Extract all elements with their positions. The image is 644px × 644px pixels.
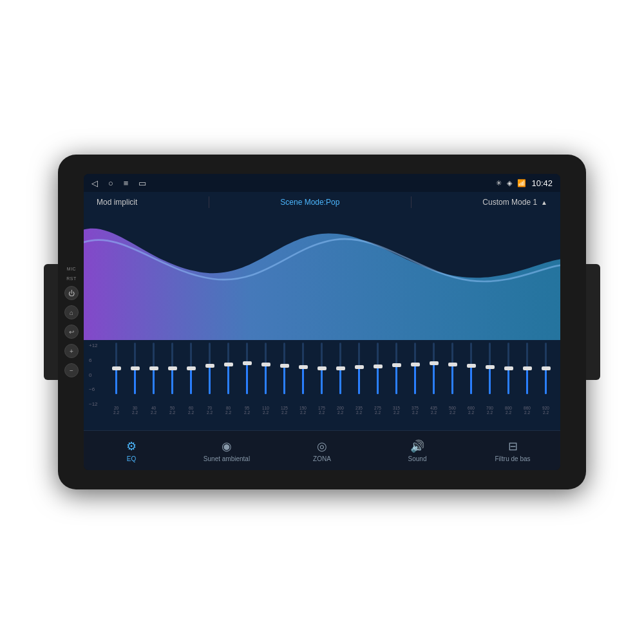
slider-col-60[interactable] xyxy=(185,343,198,404)
scene-mode[interactable]: Scene Mode:Pop xyxy=(280,198,339,207)
freq-q-20: 2.2 xyxy=(113,410,119,415)
slider-track-275 xyxy=(377,343,379,394)
slider-col-700[interactable] xyxy=(484,343,497,404)
freq-q-700: 2.2 xyxy=(487,410,493,415)
slider-handle-20[interactable] xyxy=(112,366,121,370)
tab-sound[interactable]: 🔊 Sound xyxy=(370,430,465,470)
slider-col-235[interactable] xyxy=(353,343,366,404)
slider-col-125[interactable] xyxy=(278,343,291,404)
slider-col-30[interactable] xyxy=(129,343,142,404)
slider-track-60 xyxy=(190,343,192,394)
freq-label-group-800: 8002.2 xyxy=(502,406,515,415)
slider-fill-315 xyxy=(395,365,397,394)
freq-fc-20: 20 xyxy=(114,406,118,410)
eq-icon: ⚙ xyxy=(126,439,137,453)
back-btn[interactable]: ↩ xyxy=(64,325,79,339)
freq-label-group-30: 302.2 xyxy=(129,406,142,415)
tab-bass[interactable]: ⊟ Filtru de bas xyxy=(465,430,560,470)
slider-handle-110[interactable] xyxy=(261,363,270,366)
slider-handle-200[interactable] xyxy=(336,366,345,370)
slider-track-50 xyxy=(171,343,173,394)
power-btn[interactable]: ⏻ xyxy=(64,286,79,300)
slider-col-40[interactable] xyxy=(147,343,160,404)
slider-col-110[interactable] xyxy=(260,343,272,404)
slider-track-235 xyxy=(358,343,360,394)
slider-col-50[interactable] xyxy=(166,343,179,404)
freq-q-50: 2.2 xyxy=(169,410,175,415)
side-controls: MIC RST ⏻ ⌂ ↩ + − xyxy=(64,267,79,377)
slider-handle-235[interactable] xyxy=(355,365,364,369)
slider-handle-50[interactable] xyxy=(168,366,177,370)
freq-fc-200: 200 xyxy=(337,406,344,410)
slider-handle-150[interactable] xyxy=(299,365,308,369)
home-btn[interactable]: ⌂ xyxy=(64,305,79,319)
slider-track-500 xyxy=(451,343,453,394)
tab-sound-label: Sound xyxy=(408,455,427,462)
menu-nav-icon[interactable]: ≡ xyxy=(124,178,129,188)
slider-handle-40[interactable] xyxy=(149,366,158,370)
slider-col-435[interactable] xyxy=(428,343,440,404)
custom-mode[interactable]: Custom Mode 1 ▲ xyxy=(482,198,547,207)
back-nav-icon[interactable]: ◁ xyxy=(91,178,98,188)
slider-col-920[interactable] xyxy=(540,343,553,404)
slider-handle-95[interactable] xyxy=(243,361,252,365)
slider-handle-800[interactable] xyxy=(504,366,513,370)
slider-col-175[interactable] xyxy=(316,343,328,404)
slider-handle-80[interactable] xyxy=(224,363,233,366)
slider-col-860[interactable] xyxy=(521,343,534,404)
freq-label-group-235: 2352.2 xyxy=(353,406,366,415)
slider-col-315[interactable] xyxy=(390,343,403,404)
vol-down-btn[interactable]: − xyxy=(64,363,79,377)
slider-col-20[interactable] xyxy=(110,343,123,404)
freq-label-group-60: 602.2 xyxy=(185,406,198,415)
tab-zona[interactable]: ◎ ZONA xyxy=(274,430,370,470)
freq-q-860: 2.2 xyxy=(524,410,530,415)
slider-handle-30[interactable] xyxy=(131,366,140,370)
vol-up-btn[interactable]: + xyxy=(64,344,79,358)
freq-label-group-920: 9202.2 xyxy=(540,406,553,415)
slider-col-375[interactable] xyxy=(409,343,422,404)
freq-q-235: 2.2 xyxy=(356,410,362,415)
slider-col-95[interactable] xyxy=(241,343,254,404)
tab-ambient[interactable]: ◉ Sunet ambiental xyxy=(179,430,274,470)
slider-handle-860[interactable] xyxy=(523,366,532,370)
slider-col-70[interactable] xyxy=(204,343,216,404)
slider-fill-70 xyxy=(209,366,211,394)
sound-icon: 🔊 xyxy=(410,439,424,453)
slider-handle-700[interactable] xyxy=(486,365,495,369)
slider-handle-175[interactable] xyxy=(317,366,327,370)
slider-handle-275[interactable] xyxy=(374,365,383,368)
slider-handle-375[interactable] xyxy=(411,363,420,366)
freq-label-group-500: 5002.2 xyxy=(446,406,459,415)
freq-q-200: 2.2 xyxy=(337,410,343,415)
slider-col-275[interactable] xyxy=(372,343,384,404)
freq-fc-70: 70 xyxy=(207,406,212,410)
slider-handle-70[interactable] xyxy=(205,364,214,368)
slider-handle-600[interactable] xyxy=(467,364,476,368)
freq-fc-860: 860 xyxy=(524,406,531,410)
slider-col-150[interactable] xyxy=(297,343,310,404)
slider-col-500[interactable] xyxy=(446,343,459,404)
slider-fill-920 xyxy=(545,368,547,394)
tab-eq[interactable]: ⚙ EQ xyxy=(84,430,179,470)
slider-handle-315[interactable] xyxy=(392,363,401,367)
screen: ◁ ○ ≡ ▭ ✳ ◈ 📶 10:42 Mod implicit Scene M… xyxy=(84,174,560,470)
freq-label-group-435: 4352.2 xyxy=(428,406,440,415)
slider-col-800[interactable] xyxy=(502,343,515,404)
freq-fc-50: 50 xyxy=(170,406,175,410)
mod-implicit[interactable]: Mod implicit xyxy=(97,198,137,207)
freq-q-435: 2.2 xyxy=(431,410,437,415)
slider-handle-920[interactable] xyxy=(542,366,551,370)
slider-col-200[interactable] xyxy=(334,343,347,404)
slider-fill-600 xyxy=(470,366,472,394)
slider-handle-435[interactable] xyxy=(430,361,439,365)
slider-handle-125[interactable] xyxy=(280,364,289,368)
slider-col-600[interactable] xyxy=(465,343,478,404)
freq-fc-600: 600 xyxy=(468,406,475,410)
freq-labels: 202.2302.2402.2502.2602.2702.2802.2952.2… xyxy=(89,404,555,415)
recent-nav-icon[interactable]: ▭ xyxy=(138,178,146,188)
slider-handle-500[interactable] xyxy=(448,363,457,366)
slider-col-80[interactable] xyxy=(222,343,235,404)
slider-handle-60[interactable] xyxy=(187,366,196,370)
home-nav-icon[interactable]: ○ xyxy=(108,178,113,188)
